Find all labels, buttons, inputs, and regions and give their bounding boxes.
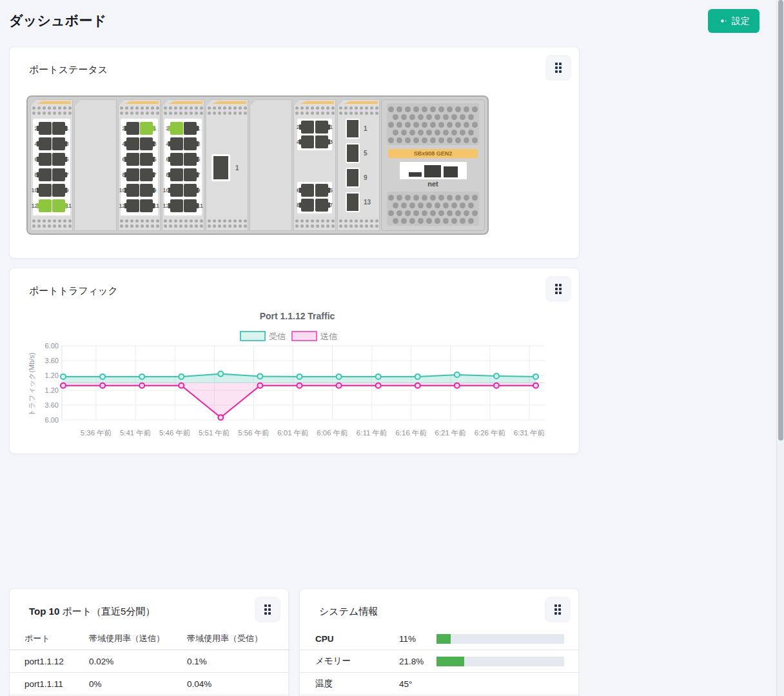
port-number: 5 [329, 184, 336, 197]
receive-point[interactable] [61, 374, 66, 379]
send-point[interactable] [376, 383, 381, 388]
port-12[interactable] [126, 199, 139, 212]
port-12[interactable] [39, 199, 52, 212]
send-point[interactable] [61, 383, 66, 388]
port-10[interactable] [39, 184, 52, 197]
port-3[interactable] [184, 137, 197, 150]
port-8[interactable] [301, 199, 314, 212]
chart-legend: 受信送信 [240, 332, 337, 341]
port-9[interactable] [52, 184, 65, 197]
port-6[interactable] [170, 153, 183, 166]
module-label: XEM2-8XSTm [300, 101, 334, 104]
receive-point[interactable] [455, 372, 460, 377]
port-3[interactable] [52, 137, 65, 150]
port-8[interactable] [170, 168, 183, 181]
port-4[interactable] [170, 137, 183, 150]
port-number: 5 [364, 150, 368, 157]
send-point[interactable] [455, 383, 460, 388]
port-2[interactable] [301, 121, 314, 134]
port-6[interactable] [301, 184, 314, 197]
port-2[interactable] [126, 122, 139, 135]
port-9[interactable] [140, 184, 153, 197]
port-7[interactable] [315, 199, 328, 212]
port-6[interactable] [39, 153, 52, 166]
send-point[interactable] [179, 383, 184, 388]
legend-receive-swatch[interactable] [240, 332, 265, 341]
y-tick-label: 6.00 [45, 342, 59, 350]
send-point[interactable] [337, 383, 342, 388]
receive-point[interactable] [218, 372, 223, 377]
send-point[interactable] [218, 415, 223, 420]
port-4[interactable] [39, 137, 52, 150]
settings-button[interactable]: 設定 [708, 9, 760, 33]
send-point[interactable] [100, 383, 105, 388]
port-10[interactable] [170, 184, 183, 197]
receive-point[interactable] [297, 374, 302, 379]
receive-point[interactable] [257, 373, 262, 379]
receive-point[interactable] [533, 374, 538, 379]
port-13[interactable] [346, 192, 360, 212]
receive-point[interactable] [100, 374, 105, 379]
receive-point[interactable] [376, 374, 381, 379]
legend-send-label[interactable]: 送信 [320, 332, 337, 341]
receive-point[interactable] [139, 374, 144, 379]
port-2[interactable] [170, 122, 183, 135]
send-point[interactable] [297, 383, 302, 388]
receive-point[interactable] [179, 374, 184, 379]
port-1[interactable] [140, 122, 153, 135]
send-point[interactable] [533, 383, 538, 388]
port-6[interactable] [126, 153, 139, 166]
port-8[interactable] [126, 168, 139, 181]
port-1[interactable] [52, 122, 65, 135]
port-9[interactable] [184, 184, 197, 197]
port-9[interactable] [346, 168, 360, 188]
vent-holes [338, 219, 379, 228]
port-group: 1 [346, 119, 368, 139]
port-3[interactable] [140, 137, 153, 150]
port-3[interactable] [315, 135, 328, 148]
port-number: 1 [235, 164, 239, 172]
port-group: 13 [346, 192, 371, 212]
port-2[interactable] [39, 122, 52, 135]
send-point[interactable] [494, 383, 499, 388]
scrollbar-thumb[interactable] [778, 0, 783, 441]
port-5[interactable] [140, 153, 153, 166]
x-tick-label: 5:36 午前 [81, 429, 112, 437]
port-11[interactable] [140, 199, 153, 212]
x-tick-label: 5:46 午前 [159, 429, 191, 437]
drag-handle-icon[interactable] [255, 597, 280, 622]
port-5[interactable] [184, 153, 197, 166]
port-1[interactable] [315, 121, 328, 134]
receive-point[interactable] [337, 374, 342, 379]
legend-receive-label[interactable]: 受信 [269, 332, 286, 341]
port-7[interactable] [52, 168, 65, 181]
y-tick-label: 3.60 [45, 357, 59, 364]
port-11[interactable] [184, 199, 197, 212]
table-row[interactable]: port1.1.110%0.04% [10, 673, 289, 695]
send-point[interactable] [257, 383, 262, 388]
port-4[interactable] [301, 135, 314, 148]
receive-point[interactable] [494, 373, 499, 379]
port-5[interactable] [315, 184, 328, 197]
port-1[interactable] [211, 154, 230, 181]
port-10[interactable] [126, 184, 139, 197]
port-4[interactable] [126, 137, 139, 150]
port-7[interactable] [184, 168, 197, 181]
port-8[interactable] [39, 168, 52, 181]
drag-handle-icon[interactable] [545, 55, 571, 81]
send-point[interactable] [415, 383, 420, 388]
port-5[interactable] [52, 153, 65, 166]
port-1[interactable] [184, 122, 197, 135]
port-7[interactable] [140, 168, 153, 181]
scrollbar[interactable] [776, 0, 784, 696]
port-11[interactable] [52, 199, 65, 212]
port-12[interactable] [170, 199, 183, 212]
receive-point[interactable] [415, 374, 420, 379]
module-XEM2-12XTm: XEM2-12XTm214365871091211 [162, 99, 204, 231]
port-1[interactable] [346, 119, 360, 139]
drag-handle-icon[interactable] [545, 597, 571, 622]
send-point[interactable] [139, 383, 144, 388]
table-row[interactable]: port1.1.120.02%0.1% [10, 650, 289, 673]
port-5[interactable] [346, 143, 360, 163]
legend-send-swatch[interactable] [292, 332, 317, 341]
